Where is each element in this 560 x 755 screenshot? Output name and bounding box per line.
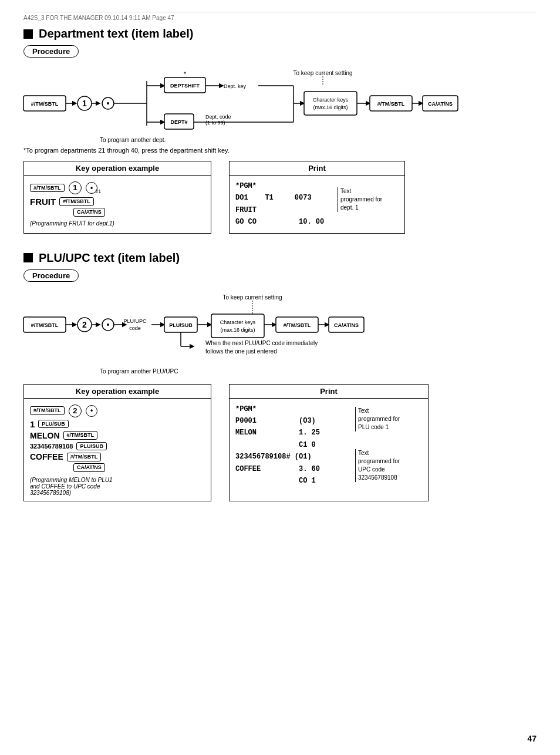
dept-key-row-1: #/TM/SBTL 1 • 21: [30, 181, 205, 194]
plu-key-plusub-2[interactable]: PLU/SUB: [76, 442, 107, 451]
dept-receipt-line-2: DO1 T1 0073: [235, 192, 353, 204]
plu-annotation-2: Textprogrammed forUPC code323456789108: [355, 449, 426, 482]
plu-examples: Key operation example #/TM/SBTL 2 • 1 PL…: [23, 384, 537, 502]
dept-key-op-body: #/TM/SBTL 1 • 21 FRUIT #/TM/SBTL CA/AT/N…: [24, 176, 211, 231]
plu-key-caatns[interactable]: CA/AT/NS: [73, 463, 105, 472]
key-tm-sbtl-1[interactable]: #/TM/SBTL: [30, 184, 65, 193]
dept-flow-diagram: #/TM/SBTL 1 • DEPTSHIFT: [23, 69, 537, 143]
key-caatns-1[interactable]: CA/AT/NS: [73, 208, 105, 217]
svg-text:1: 1: [82, 99, 87, 108]
page-header: A42S_3 FOR THE MANAGER 09.10.14 9:11 AM …: [23, 12, 537, 21]
upc-code: 323456789108: [30, 443, 73, 450]
plu-procedure-badge: Procedure: [23, 269, 79, 282]
svg-text:DEPT#: DEPT#: [170, 119, 187, 125]
dept-footnote: *To program departments 21 through 40, p…: [23, 147, 537, 154]
melon-label: MELON: [30, 431, 60, 440]
plu-key-tm-sbtl-2[interactable]: #/TM/SBTL: [63, 431, 98, 440]
svg-text:#/TM/SBTL: #/TM/SBTL: [284, 322, 311, 328]
svg-text:PLU/UPC: PLU/UPC: [123, 318, 147, 324]
plu-key-row-4: 323456789108 PLU/SUB: [30, 442, 205, 451]
dept-examples: Key operation example #/TM/SBTL 1 • 21 F…: [23, 161, 537, 234]
svg-text:(max.16 digits): (max.16 digits): [220, 327, 255, 333]
plu-key-row-2: 1 PLU/SUB: [30, 419, 205, 429]
plu-receipt-line-1: *PGM*: [235, 403, 353, 415]
dept-receipt-line-1: *PGM*: [235, 180, 353, 192]
plu-bullet-icon: [23, 253, 33, 262]
plu-print-header: Print: [230, 385, 428, 399]
dept-key-op-caption: (Programming FRUIT for dept.1): [30, 220, 205, 227]
dept-print-body: *PGM* DO1 T1 0073 FRUIT GO CO 10. 00 Tex…: [230, 176, 404, 233]
dept-receipt: *PGM* DO1 T1 0073 FRUIT GO CO 10. 00: [235, 180, 353, 228]
plu-receipt-line-5: 323456789108# (O1): [235, 451, 353, 463]
dept-key-op-box: Key operation example #/TM/SBTL 1 • 21 F…: [23, 161, 211, 234]
svg-text:Character keys: Character keys: [220, 319, 256, 325]
fruit-label: FRUIT: [30, 197, 56, 207]
svg-text:Dept. code: Dept. code: [205, 114, 231, 120]
plu-flow-diagram: #/TM/SBTL 2 • PLU/UPC code: [23, 294, 537, 375]
dept-title: Department text (item label): [23, 27, 537, 41]
plu-key-row-6: CA/AT/NS: [73, 463, 205, 472]
plu-key-row-3: MELON #/TM/SBTL: [30, 431, 205, 440]
svg-text:CA/AT/NS: CA/AT/NS: [334, 322, 359, 328]
dept-annotation-text: Textprogrammed fordept. 1: [338, 187, 402, 212]
plu-print-box: Print *PGM* P0001 (O3) MELON 1. 25 C1 0 …: [229, 384, 429, 502]
svg-text:CA/AT/NS: CA/AT/NS: [428, 101, 453, 107]
svg-rect-29: [304, 92, 357, 115]
dept-receipt-line-4: GO CO 10. 00: [235, 216, 353, 228]
plu-flow-svg: #/TM/SBTL 2 • PLU/UPC code: [23, 294, 511, 370]
dept-receipt-line-3: FRUIT: [235, 204, 353, 216]
svg-text:#/TM/SBTL: #/TM/SBTL: [31, 101, 59, 107]
plu-title: PLU/UPC text (item label): [23, 251, 537, 265]
plu-key-row-1: #/TM/SBTL 2 •: [30, 405, 205, 417]
plu-key-op-box: Key operation example #/TM/SBTL 2 • 1 PL…: [23, 384, 211, 502]
dept-flow-svg: #/TM/SBTL 1 • DEPTSHIFT: [23, 69, 505, 140]
key-1[interactable]: 1: [69, 181, 82, 194]
plu-receipt-annotations: Textprogrammed forPLU code 1 Textprogram…: [355, 407, 426, 482]
svg-text:PLU/SUB: PLU/SUB: [169, 322, 193, 328]
svg-text:#/TM/SBTL: #/TM/SBTL: [31, 322, 59, 328]
dept-print-header: Print: [230, 161, 404, 176]
plu-num-1: 1: [30, 419, 35, 429]
svg-text:follows the one just entered: follows the one just entered: [205, 348, 277, 355]
svg-text:•: •: [107, 320, 110, 329]
svg-text:To keep current setting: To keep current setting: [222, 294, 282, 301]
plu-key-2[interactable]: 2: [69, 405, 82, 417]
header-text: A42S_3 FOR THE MANAGER 09.10.14 9:11 AM …: [23, 15, 174, 21]
dept-procedure-badge: Procedure: [23, 45, 79, 58]
plu-receipt-line-6: COFFEE 3. 60: [235, 463, 353, 475]
dept-section: Department text (item label) Procedure #…: [23, 27, 537, 234]
plu-key-dot[interactable]: •: [86, 405, 97, 417]
dept-key-row-2: FRUIT #/TM/SBTL: [30, 197, 205, 207]
plu-receipt-line-3: MELON 1. 25: [235, 427, 353, 439]
svg-text:•: •: [107, 99, 110, 108]
plu-key-row-5: COFFEE #/TM/SBTL: [30, 452, 205, 461]
plu-receipt-line-7: CO 1: [235, 475, 353, 487]
svg-text:Character keys: Character keys: [313, 97, 349, 103]
plu-receipt-line-2: P0001 (O3): [235, 415, 353, 427]
dept-receipt-annotation: Textprogrammed fordept. 1: [338, 187, 402, 212]
plu-key-op-header: Key operation example: [24, 385, 211, 399]
dept-print-box: Print *PGM* DO1 T1 0073 FRUIT GO CO 10. …: [229, 161, 405, 234]
plu-key-tm-sbtl-1[interactable]: #/TM/SBTL: [30, 406, 65, 415]
dept-key-op-header: Key operation example: [24, 161, 211, 176]
plu-annotation-1: Textprogrammed forPLU code 1: [355, 407, 426, 432]
plu-print-body: *PGM* P0001 (O3) MELON 1. 25 C1 0 323456…: [230, 399, 428, 492]
plu-key-op-caption: (Programming MELON to PLU1and COFFEE to …: [30, 477, 205, 496]
svg-text:When the next PLU/UPC code imm: When the next PLU/UPC code immediately: [205, 340, 318, 346]
plu-key-plusub-1[interactable]: PLU/SUB: [38, 420, 69, 429]
svg-text:Dept. key: Dept. key: [224, 83, 247, 89]
svg-text:#/TM/SBTL: #/TM/SBTL: [377, 101, 405, 107]
svg-text:(max.16 digits): (max.16 digits): [313, 105, 348, 110]
page-number: 47: [527, 734, 537, 743]
svg-text:2: 2: [82, 320, 87, 329]
plu-receipt-line-4: C1 0: [235, 439, 353, 451]
plu-receipt: *PGM* P0001 (O3) MELON 1. 25 C1 0 323456…: [235, 403, 353, 487]
svg-text:DEPTSHIFT: DEPTSHIFT: [170, 83, 200, 89]
dept-key-row-3: CA/AT/NS: [73, 208, 205, 217]
plu-key-tm-sbtl-3[interactable]: #/TM/SBTL: [67, 453, 102, 461]
bullet-icon: [23, 29, 33, 39]
plu-key-op-body: #/TM/SBTL 2 • 1 PLU/SUB MELON #/TM/SBTL: [24, 399, 211, 501]
coffee-label: COFFEE: [30, 452, 63, 461]
svg-text:code: code: [129, 325, 141, 331]
key-tm-sbtl-2[interactable]: #/TM/SBTL: [59, 197, 94, 206]
